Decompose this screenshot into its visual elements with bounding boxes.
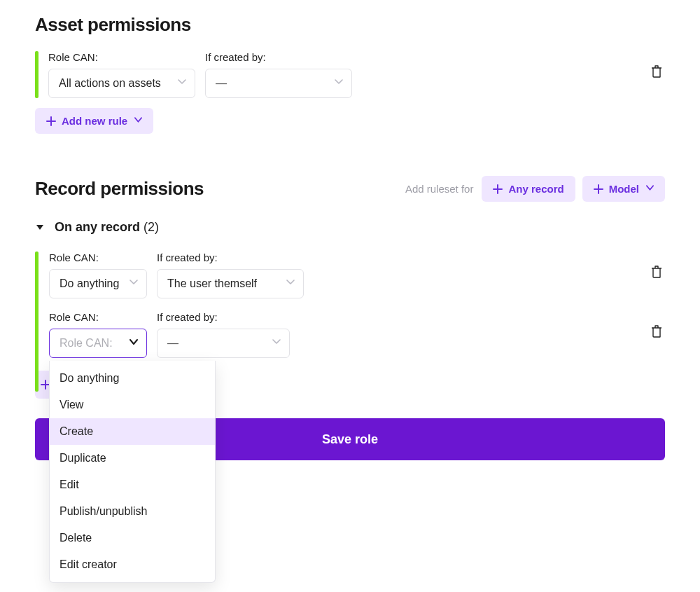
created-by-select[interactable]: — [157,329,290,358]
role-can-select[interactable]: Do anything [49,269,147,298]
plus-icon [594,184,603,194]
rule-accent-bar [35,51,38,98]
dropdown-option[interactable]: Create [50,418,215,445]
model-label: Model [609,183,639,195]
asset-role-can-label: Role CAN: [48,51,195,63]
add-ruleset-for-label: Add ruleset for [405,183,474,195]
dropdown-option[interactable]: Do anything [50,365,215,392]
role-can-dropdown[interactable]: Do anythingViewCreateDuplicateEditPublis… [49,361,216,583]
created-by-select[interactable]: The user themself [157,269,304,298]
chevron-down-icon [272,339,281,347]
add-new-rule-button[interactable]: Add new rule [35,108,153,134]
asset-created-by-value: — [216,77,227,90]
rule-accent-bar [35,252,38,392]
on-any-record-label: On any record [55,220,140,234]
add-ruleset-any-record-button[interactable]: Any record [482,176,575,202]
dropdown-option[interactable]: Edit [50,471,215,498]
asset-role-can-select[interactable]: All actions on assets [48,69,195,98]
asset-role-can-value: All actions on assets [59,77,161,90]
chevron-down-icon [130,280,138,288]
role-can-placeholder: Role CAN: [59,337,113,350]
dropdown-option[interactable]: View [50,392,215,418]
dropdown-option[interactable]: Publish/unpublish [50,498,215,525]
asset-created-by-select[interactable]: — [205,69,352,98]
triangle-down-icon [35,223,45,233]
chevron-down-icon [335,79,343,88]
chevron-down-icon [130,339,138,347]
asset-permissions-title: Asset permissions [35,14,665,36]
on-any-record-toggle[interactable]: On any record (2) [35,220,665,235]
delete-rule-button[interactable] [650,324,665,340]
dropdown-option[interactable]: Delete [50,525,215,551]
any-record-label: Any record [508,183,564,195]
created-by-label: If created by: [157,252,304,263]
asset-created-by-label: If created by: [205,51,352,63]
dropdown-option[interactable]: Duplicate [50,445,215,471]
record-rule-row: Role CAN: Role CAN: If created by: — [35,311,665,358]
plus-icon [46,116,56,126]
role-can-select-open[interactable]: Role CAN: [49,329,147,358]
role-can-label: Role CAN: [49,311,147,323]
delete-rule-button[interactable] [650,265,665,280]
chevron-down-icon [286,280,295,288]
record-permissions-title: Record permissions [35,178,204,200]
chevron-down-icon [178,79,186,88]
plus-icon [493,184,503,194]
save-role-label: Save role [322,432,378,446]
on-any-record-count: (2) [144,220,159,234]
add-ruleset-model-button[interactable]: Model [582,176,665,202]
created-by-value: The user themself [167,277,257,290]
created-by-value: — [167,337,178,350]
caret-down-icon [646,185,654,193]
caret-down-icon [134,117,142,125]
asset-rule-row: Role CAN: All actions on assets If creat… [35,51,665,98]
dropdown-option[interactable]: Edit creator [50,551,215,578]
add-new-rule-label: Add new rule [62,115,127,127]
record-rules-block: Role CAN: Do anything If created by: The… [35,252,665,399]
record-rule-row: Role CAN: Do anything If created by: The… [35,252,665,298]
delete-rule-button[interactable] [650,64,665,80]
role-can-label: Role CAN: [49,252,147,263]
created-by-label: If created by: [157,311,290,323]
role-can-value: Do anything [59,277,119,290]
